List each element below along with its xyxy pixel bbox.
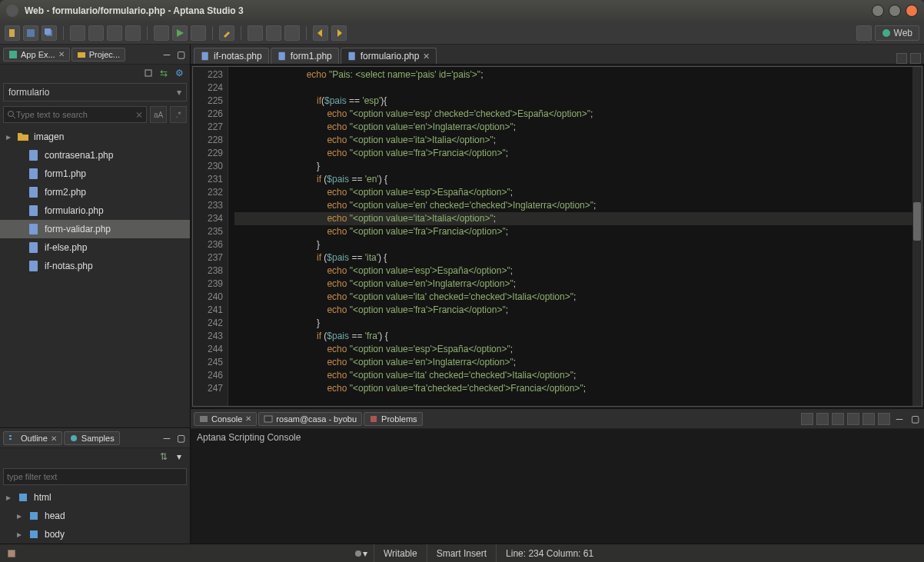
- maximize-view-button[interactable]: ▢: [909, 413, 921, 425]
- collapse-all-button[interactable]: [142, 67, 155, 79]
- tree-file[interactable]: contrasena1.php: [0, 146, 190, 165]
- back-button[interactable]: [313, 25, 328, 41]
- tab-console[interactable]: Console ✕: [194, 412, 257, 426]
- code-line[interactable]: echo "<option value='ita'>Italia</option…: [234, 212, 922, 225]
- close-tab-icon[interactable]: ✕: [423, 52, 430, 62]
- outline-item[interactable]: ▸body: [0, 525, 190, 544]
- search-input-wrapper[interactable]: ⨯: [3, 106, 147, 123]
- toggle-button-4[interactable]: [266, 25, 281, 41]
- tab-outline[interactable]: Outline ✕: [3, 431, 62, 445]
- outline-filter[interactable]: [3, 468, 187, 485]
- editor-scrollbar[interactable]: [912, 67, 922, 406]
- console-body[interactable]: Aptana Scripting Console: [191, 429, 924, 544]
- debug-button[interactable]: [154, 25, 169, 41]
- save-all-button[interactable]: [42, 25, 57, 41]
- outline-item[interactable]: ▸head: [0, 507, 190, 525]
- code-line[interactable]: echo "<option value='ita'>Italia</option…: [234, 134, 922, 147]
- tab-samples[interactable]: Samples: [64, 431, 120, 445]
- close-window-button[interactable]: [906, 5, 918, 17]
- save-button[interactable]: [23, 25, 38, 41]
- tree-folder[interactable]: ▸imagen: [0, 128, 190, 146]
- tree-file[interactable]: form-validar.php: [0, 220, 190, 238]
- editor-tab[interactable]: formulario.php✕: [341, 48, 437, 64]
- console-btn-5[interactable]: [863, 413, 875, 425]
- console-btn-4[interactable]: [847, 413, 859, 425]
- code-line[interactable]: echo "<option value='ita' checked='check…: [234, 369, 922, 382]
- code-line[interactable]: echo "<option value='esp'>España</option…: [234, 186, 922, 199]
- code-line[interactable]: echo "<option value='en'>Inglaterra</opt…: [234, 121, 922, 134]
- perspective-web[interactable]: Web: [875, 25, 919, 41]
- console-btn-1[interactable]: [801, 413, 813, 425]
- code-line[interactable]: }: [234, 238, 922, 251]
- maximize-view-button[interactable]: ▢: [174, 48, 187, 61]
- code-line[interactable]: echo "<option value='fra'>Francia</optio…: [234, 304, 922, 317]
- file-tree[interactable]: ▸imagencontrasena1.phpform1.phpform2.php…: [0, 126, 190, 427]
- run-button[interactable]: [172, 25, 188, 41]
- tree-file[interactable]: if-else.php: [0, 238, 190, 257]
- minimize-view-button[interactable]: ─: [893, 413, 906, 425]
- maximize-view-button[interactable]: ▢: [174, 432, 187, 444]
- code-line[interactable]: echo "<option value='esp' checked='check…: [234, 108, 922, 121]
- toggle-button-5[interactable]: [284, 25, 300, 41]
- minimize-view-button[interactable]: ─: [161, 432, 173, 444]
- code-line[interactable]: echo "<option value='fra'>Francia</optio…: [234, 147, 922, 160]
- code-line[interactable]: [234, 81, 922, 95]
- external-tools-button[interactable]: [191, 25, 206, 41]
- code-line[interactable]: }: [234, 317, 922, 330]
- scrollbar-thumb[interactable]: [913, 202, 921, 241]
- code-editor[interactable]: 2232242252262272282292302312322332342352…: [192, 66, 922, 407]
- link-editor-button[interactable]: ⇆: [158, 67, 170, 79]
- code-line[interactable]: echo "<option value='fra'checked='checke…: [234, 382, 922, 395]
- tree-file[interactable]: formulario.php: [0, 201, 190, 220]
- code-line[interactable]: if ($pais == 'en') {: [234, 173, 922, 186]
- close-icon[interactable]: ✕: [58, 50, 65, 58]
- regex-button[interactable]: .*: [170, 106, 187, 123]
- toggle-button-2[interactable]: [107, 25, 122, 41]
- close-icon[interactable]: ✕: [51, 434, 57, 443]
- code-line[interactable]: echo "<option value='fra'>Francia</optio…: [234, 225, 922, 238]
- theme-button[interactable]: [219, 25, 234, 41]
- code-line[interactable]: echo "<option value='en' checked='checke…: [234, 199, 922, 212]
- close-icon[interactable]: ✕: [245, 414, 251, 423]
- toggle-button-1[interactable]: [88, 25, 104, 41]
- quick-access-button[interactable]: [0, 544, 26, 562]
- expand-icon[interactable]: ▸: [5, 131, 12, 142]
- code-line[interactable]: echo "<option value='esp'>España</option…: [234, 343, 922, 356]
- editor-code-area[interactable]: echo "Pais: <select name='pais' id='pais…: [228, 67, 922, 406]
- view-menu-button[interactable]: ⚙: [173, 67, 185, 79]
- open-perspective-button[interactable]: [856, 25, 872, 41]
- console-btn-6[interactable]: [878, 413, 890, 425]
- search-input[interactable]: [16, 110, 135, 119]
- tab-app-explorer[interactable]: App Ex... ✕: [3, 48, 70, 62]
- maximize-button[interactable]: [889, 5, 901, 17]
- build-status-button[interactable]: ▾: [354, 547, 367, 560]
- tab-project-explorer[interactable]: Projec...: [71, 48, 125, 62]
- tab-terminal[interactable]: rosam@casa - byobu: [258, 412, 362, 426]
- show-whitespace-button[interactable]: [70, 25, 85, 41]
- minimize-button[interactable]: [872, 5, 884, 17]
- console-btn-2[interactable]: [816, 413, 829, 425]
- tree-file[interactable]: if-notas.php: [0, 257, 190, 275]
- expand-icon[interactable]: ▸: [15, 529, 23, 540]
- new-button[interactable]: [5, 25, 20, 41]
- sort-button[interactable]: ⇅: [158, 451, 170, 463]
- outline-filter-input[interactable]: [7, 472, 183, 481]
- code-line[interactable]: if ($pais == 'ita') {: [234, 251, 922, 264]
- toggle-button-3[interactable]: [125, 25, 141, 41]
- minimize-editor-button[interactable]: [896, 53, 907, 64]
- code-line[interactable]: echo "<option value='en'>Inglaterra</opt…: [234, 278, 922, 291]
- minimize-view-button[interactable]: ─: [161, 48, 173, 61]
- maximize-editor-button[interactable]: [910, 53, 921, 64]
- expand-icon[interactable]: ▸: [5, 492, 12, 503]
- code-line[interactable]: echo "<option value='esp'>España</option…: [234, 264, 922, 278]
- outline-tree[interactable]: ▸html▸head▸body: [0, 488, 190, 544]
- outline-item[interactable]: ▸html: [0, 488, 190, 507]
- tab-problems[interactable]: Problems: [364, 412, 422, 426]
- editor-tab[interactable]: if-notas.php: [194, 48, 269, 64]
- code-line[interactable]: if($pais == 'esp'){: [234, 95, 922, 108]
- code-line[interactable]: echo "<option value='ita' checked='check…: [234, 291, 922, 304]
- tree-file[interactable]: form1.php: [0, 165, 190, 183]
- code-line[interactable]: echo "Pais: <select name='pais' id='pais…: [234, 68, 922, 81]
- editor-tab[interactable]: form1.php: [271, 48, 339, 64]
- forward-button[interactable]: [331, 25, 347, 41]
